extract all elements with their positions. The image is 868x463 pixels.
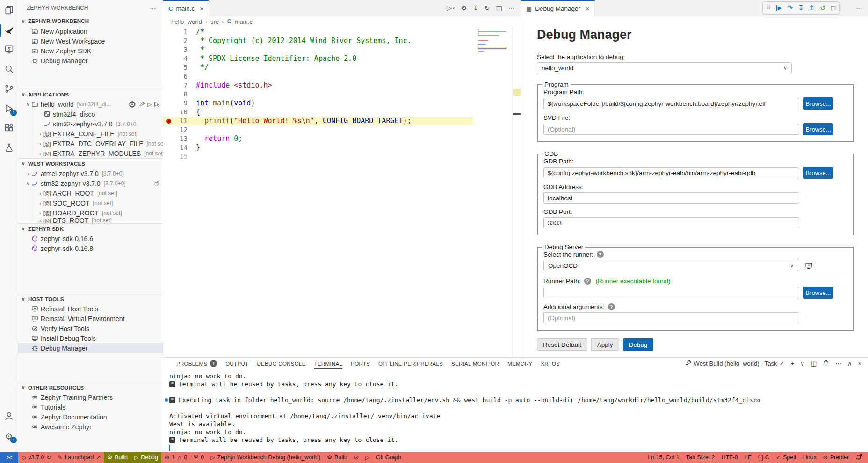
sidebar-item-zephyr-sdk-0-16-8[interactable]: zephyr-sdk-0.16.8 [18,243,163,253]
minimap[interactable] [478,29,508,57]
status-encoding[interactable]: UTF-8 [718,452,741,463]
chevron-right-icon[interactable]: › [37,191,43,196]
code-line-5[interactable]: 5 */ [163,63,473,72]
activitybar-extensions[interactable] [0,122,18,136]
help-icon[interactable]: ? [608,303,615,310]
sidebar-item-dts-root[interactable]: ›[@]DTS_ROOT[not set] [18,218,163,223]
activitybar-explorer[interactable] [0,4,18,18]
terminal-output[interactable]: ninja: no work to do.*Terminal will be r… [163,369,868,452]
chevron-right-icon[interactable]: › [37,131,43,137]
code-line-13[interactable]: 13 return 0; [163,134,473,143]
tab-main-c[interactable]: C main.c × [163,0,209,16]
status-ports-forwarded[interactable]: Ψ0 [190,452,207,463]
stop-icon[interactable]: □ [831,4,835,11]
split-editor-icon[interactable]: ◫ [496,4,502,12]
activitybar-search[interactable] [0,63,18,77]
status-os[interactable]: Linux [799,452,820,463]
sidebar-item-awesome-zephyr[interactable]: Awesome Zephyr [18,422,163,432]
activitybar-accounts[interactable] [0,410,18,424]
wrench-icon[interactable] [139,101,145,107]
sidebar-item-debug-manager[interactable]: Debug Manager [18,343,163,353]
code-line-3[interactable]: 3 * [163,45,473,54]
chevron-right-icon[interactable]: › [37,151,43,156]
status-notifications[interactable] [852,452,865,463]
breakpoint-icon[interactable] [166,119,171,124]
sidebar-item-stm32-zephyr-v3-7-0[interactable]: ∨stm32-zephyr-v3.7.0[3.7.0+0] [18,178,163,188]
code-line-14[interactable]: 14} [163,143,473,152]
sidebar-item-stm32-zephyr-v3-7-0[interactable]: stm32-zephyr-v3.7.0[3.7.0+0] [18,119,163,129]
breadcrumb-item[interactable]: hello_world [171,18,202,25]
configure-icon[interactable]: ⚙ [461,4,467,12]
code-line-4[interactable]: 4 * SPDX-License-Identifier: Apache-2.0 [163,54,473,63]
section-header-zephyr-workbench[interactable]: ∨ZEPHYR WORKBENCH [18,16,163,26]
sidebar-item-zephyr-documentation[interactable]: Zephyr Documentation [18,412,163,422]
browse-program-button[interactable]: Browse... [803,97,833,110]
sidebar-item-reinstall-host-tools[interactable]: Reinstall Host Tools [18,304,163,314]
sidebar-item-stm32f4-disco[interactable]: stm32f4_disco [18,109,163,119]
sidebar-item-new-zephyr-sdk[interactable]: New Zephyr SDK [18,46,163,56]
program-path-input[interactable] [543,98,799,109]
browse-svd-button[interactable]: Browse... [803,123,833,135]
panel-tab-ports[interactable]: PORTS [347,358,374,369]
close-tab-icon[interactable]: × [586,5,589,13]
additional-args-input[interactable] [543,312,799,323]
section-header-zephyr-sdk[interactable]: ∨ZEPHYR SDK [18,223,163,234]
panel-tab-debug-console[interactable]: DEBUG CONSOLE [253,358,310,369]
sidebar-item-arch-root[interactable]: ›[@]ARCH_ROOT[not set] [18,188,163,198]
breadcrumb-item[interactable]: src [210,18,218,25]
activitybar-zephyr-workbench[interactable] [0,23,18,37]
sidebar-item-extra-dtc-overlay-file[interactable]: ›[@]EXTRA_DTC_OVERLAY_FILE[not set] [18,139,163,148]
chevron-right-icon[interactable]: › [37,200,43,206]
status-build[interactable]: ⚙Build [324,452,351,463]
chevron-right-icon[interactable]: › [37,218,43,223]
code-line-15[interactable]: 15 [163,152,473,161]
section-header-host-tools[interactable]: ∨HOST TOOLS [18,294,163,304]
sidebar-item-install-debug-tools[interactable]: Install Debug Tools [18,333,163,343]
install-app-icon[interactable]: ↧ [473,4,478,12]
sidebar-item-board-root[interactable]: ›[@]BOARD_ROOT[not set] [18,208,163,218]
reset-default-button[interactable]: Reset Default [537,338,587,351]
tab-debug-manager[interactable]: ▤ Debug Manager × [521,0,595,16]
sidebar-item-zephyr-training-partners[interactable]: Zephyr Training Partners [18,392,163,402]
status-problems[interactable]: ⊗1△0 [161,452,190,463]
gdb-port-input[interactable] [543,217,799,228]
sidebar-item-new-application[interactable]: New Application [18,26,163,36]
status-git-graph[interactable]: Git Graph [373,452,405,463]
gdb-path-input[interactable] [543,167,799,178]
sidebar-more-actions-icon[interactable]: ⋯ [150,5,156,12]
section-header-other-resources[interactable]: ∨OTHER RESOURCES [18,382,163,392]
panel-tab-memory[interactable]: MEMORY [503,358,536,369]
maximize-panel-icon[interactable]: ∧ [847,360,852,367]
sidebar-item-verify-host-tools[interactable]: Verify Host Tools [18,323,163,333]
sidebar-item-soc-root[interactable]: ›[@]SOC_ROOT[not set] [18,198,163,208]
restart-icon[interactable]: ↺ [820,4,826,11]
status-prettier[interactable]: ⊘Prettier [820,452,852,463]
apply-button[interactable]: Apply [591,338,619,351]
panel-tab-problems[interactable]: PROBLEMS1 [172,358,221,369]
panel-tab-offline-peripherals[interactable]: OFFLINE PERIPHERALS [374,358,447,369]
continue-icon[interactable]: ▶ [776,5,781,11]
panel-tab-terminal[interactable]: TERMINAL [310,358,347,369]
more-actions-icon[interactable]: ⋯ [835,360,841,367]
sidebar-item-hello-world[interactable]: ∨hello_world[stm32f4_di…⚙▷ [18,99,163,109]
status-zephyr-workbench-debug[interactable]: ▷Zephyr Workbench Debug (hello_world) [207,452,324,463]
activitybar-manage-settings[interactable]: ⚙1 [0,429,18,443]
code-line-1[interactable]: 1/* [163,28,473,37]
play-icon[interactable]: ▷ [147,101,152,108]
status-indentation[interactable]: Tab Size: 2 [683,452,718,463]
activitybar-serial-monitor[interactable] [0,43,18,57]
chevron-right-icon[interactable]: › [37,210,43,216]
sidebar-item-tutorials[interactable]: Tutorials [18,402,163,412]
status-cursor-position[interactable]: Ln 15, Col 1 [644,452,682,463]
activitybar-testing[interactable] [0,141,18,155]
panel-tab-output[interactable]: OUTPUT [221,358,253,369]
step-into-icon[interactable]: ↧ [798,4,804,11]
remote-indicator[interactable]: >< [0,452,18,463]
status-bug-indicator[interactable]: ⊙ [351,452,362,463]
status-run-indicator[interactable]: ▷ [362,452,373,463]
browse-gdb-button[interactable]: Browse... [803,167,833,179]
status-language-mode[interactable]: { } C [755,452,773,463]
chevron-down-icon[interactable]: ∨ [25,180,31,186]
browse-runner-button[interactable]: Browse... [803,287,833,299]
code-editor[interactable]: 1/*2 * Copyright (c) 2012-2014 Wind Rive… [163,27,521,357]
